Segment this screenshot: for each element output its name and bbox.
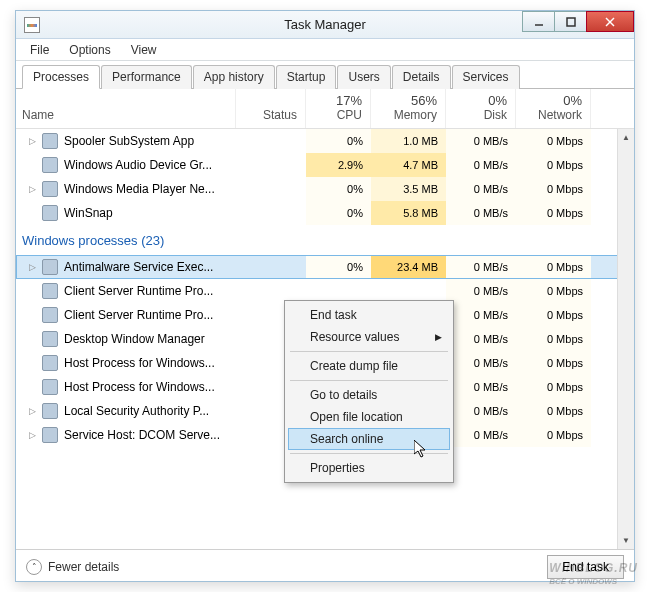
scroll-up-button[interactable]: ▲ — [618, 129, 634, 146]
tab-services[interactable]: Services — [452, 65, 520, 89]
scroll-down-button[interactable]: ▼ — [618, 532, 634, 549]
network-cell: 0 Mbps — [516, 177, 591, 201]
header-disk[interactable]: 0%Disk — [446, 89, 516, 128]
menu-options[interactable]: Options — [59, 40, 120, 60]
disk-cell: 0 MB/s — [446, 351, 516, 375]
chevron-up-icon: ˄ — [26, 559, 42, 575]
expander-icon[interactable]: ▷ — [26, 405, 38, 417]
process-icon — [42, 205, 58, 221]
process-name-cell: ▷Antimalware Service Exec... — [16, 255, 236, 279]
tab-performance[interactable]: Performance — [101, 65, 192, 89]
process-name-cell: Client Server Runtime Pro... — [16, 279, 236, 303]
process-icon — [42, 355, 58, 371]
window-title: Task Manager — [284, 17, 366, 32]
menu-file[interactable]: File — [20, 40, 59, 60]
network-cell: 0 Mbps — [516, 153, 591, 177]
header-status[interactable]: Status — [236, 89, 306, 128]
header-network[interactable]: 0%Network — [516, 89, 591, 128]
process-name: Local Security Authority P... — [64, 404, 209, 418]
disk-cell: 0 MB/s — [446, 153, 516, 177]
memory-cell: 4.7 MB — [371, 153, 446, 177]
process-icon — [42, 331, 58, 347]
process-icon — [42, 427, 58, 443]
network-cell: 0 Mbps — [516, 303, 591, 327]
process-name-cell: Client Server Runtime Pro... — [16, 303, 236, 327]
process-name: Host Process for Windows... — [64, 380, 215, 394]
cpu-cell: 0% — [306, 177, 371, 201]
tab-startup[interactable]: Startup — [276, 65, 337, 89]
process-name-cell: WinSnap — [16, 201, 236, 225]
process-name-cell: Host Process for Windows... — [16, 375, 236, 399]
process-name-cell: Host Process for Windows... — [16, 351, 236, 375]
process-row[interactable]: ▷Spooler SubSystem App0%1.0 MB0 MB/s0 Mb… — [16, 129, 634, 153]
expander-icon — [26, 285, 38, 297]
cm-separator — [290, 351, 448, 352]
expander-icon[interactable]: ▷ — [26, 429, 38, 441]
process-icon — [42, 133, 58, 149]
titlebar[interactable]: Task Manager — [16, 11, 634, 39]
network-cell: 0 Mbps — [516, 201, 591, 225]
expander-icon[interactable]: ▷ — [26, 183, 38, 195]
network-cell: 0 Mbps — [516, 129, 591, 153]
menu-view[interactable]: View — [121, 40, 167, 60]
disk-cell: 0 MB/s — [446, 327, 516, 351]
disk-cell: 0 MB/s — [446, 177, 516, 201]
process-row[interactable]: ▷Windows Media Player Ne...0%3.5 MB0 MB/… — [16, 177, 634, 201]
process-name-cell: ▷Windows Media Player Ne... — [16, 177, 236, 201]
header-name[interactable]: Name — [16, 89, 236, 128]
process-name-cell: ▷Local Security Authority P... — [16, 399, 236, 423]
process-icon — [42, 157, 58, 173]
disk-cell: 0 MB/s — [446, 255, 516, 279]
vertical-scrollbar[interactable]: ▲ ▼ — [617, 129, 634, 549]
cm-resource-values[interactable]: Resource values ▶ — [288, 326, 450, 348]
cpu-cell: 0% — [306, 255, 371, 279]
process-icon — [42, 379, 58, 395]
process-row[interactable]: WinSnap0%5.8 MB0 MB/s0 Mbps — [16, 201, 634, 225]
cm-separator — [290, 380, 448, 381]
footer: ˄ Fewer details End task — [16, 549, 634, 583]
cm-search-online[interactable]: Search online — [288, 428, 450, 450]
close-button[interactable] — [586, 11, 634, 32]
network-cell: 0 Mbps — [516, 399, 591, 423]
cm-open-file-location[interactable]: Open file location — [288, 406, 450, 428]
process-name: Client Server Runtime Pro... — [64, 308, 213, 322]
header-cpu[interactable]: 17%CPU — [306, 89, 371, 128]
maximize-button[interactable] — [554, 11, 587, 32]
tab-details[interactable]: Details — [392, 65, 451, 89]
process-name: WinSnap — [64, 206, 113, 220]
cm-end-task[interactable]: End task — [288, 304, 450, 326]
window-controls — [523, 11, 634, 32]
minimize-button[interactable] — [522, 11, 555, 32]
process-name: Client Server Runtime Pro... — [64, 284, 213, 298]
process-row[interactable]: ▷Antimalware Service Exec...0%23.4 MB0 M… — [16, 255, 634, 279]
expander-icon — [26, 381, 38, 393]
status-cell — [236, 255, 306, 279]
cm-properties[interactable]: Properties — [288, 457, 450, 479]
header-memory[interactable]: 56%Memory — [371, 89, 446, 128]
expander-icon[interactable]: ▷ — [26, 261, 38, 273]
process-row[interactable]: Windows Audio Device Gr...2.9%4.7 MB0 MB… — [16, 153, 634, 177]
tab-users[interactable]: Users — [337, 65, 390, 89]
context-menu: End task Resource values ▶ Create dump f… — [284, 300, 454, 483]
process-name-cell: ▷Service Host: DCOM Serve... — [16, 423, 236, 447]
process-name: Windows Media Player Ne... — [64, 182, 215, 196]
tabbar: Processes Performance App history Startu… — [16, 61, 634, 89]
cm-go-to-details[interactable]: Go to details — [288, 384, 450, 406]
tab-app-history[interactable]: App history — [193, 65, 275, 89]
expander-icon — [26, 159, 38, 171]
status-cell — [236, 153, 306, 177]
group-header-windows-processes[interactable]: Windows processes (23) — [16, 225, 634, 255]
network-cell: 0 Mbps — [516, 279, 591, 303]
tab-processes[interactable]: Processes — [22, 65, 100, 89]
expander-icon[interactable]: ▷ — [26, 135, 38, 147]
disk-cell: 0 MB/s — [446, 279, 516, 303]
cpu-cell: 0% — [306, 201, 371, 225]
fewer-details-button[interactable]: ˄ Fewer details — [26, 559, 119, 575]
network-cell: 0 Mbps — [516, 255, 591, 279]
cm-separator — [290, 453, 448, 454]
cm-create-dump[interactable]: Create dump file — [288, 355, 450, 377]
memory-cell: 23.4 MB — [371, 255, 446, 279]
disk-cell: 0 MB/s — [446, 201, 516, 225]
process-name: Service Host: DCOM Serve... — [64, 428, 220, 442]
app-icon — [24, 17, 40, 33]
